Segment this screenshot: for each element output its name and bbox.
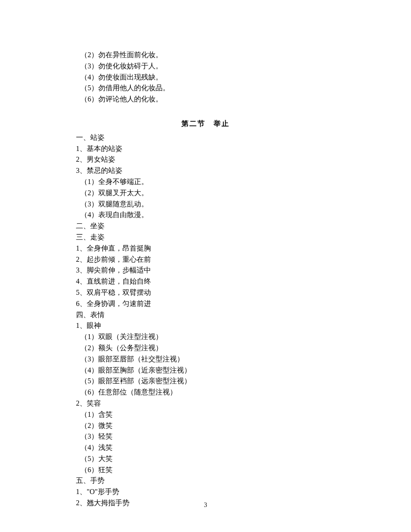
text-line: （1）全身不够端正。: [76, 176, 335, 188]
text-line: （6）勿评论他人的化妆。: [76, 94, 335, 105]
text-line: 3、禁忌的站姿: [76, 165, 335, 176]
text-line: 2、笑容: [76, 398, 335, 409]
text-line: 1、"O"形手势: [76, 486, 335, 498]
text-line: 6、全身协调，匀速前进: [76, 298, 335, 310]
page-content: （2）勿在异性面前化妆。（3）勿使化妆妨碍于人。（4）勿使妆面出现残缺。（5）勿…: [0, 0, 411, 509]
text-line: （6）狂笑: [76, 465, 335, 476]
text-line: （1）双眼（关注型注视）: [76, 331, 335, 343]
text-line: （3）轻笑: [76, 431, 335, 442]
text-line: 1、眼神: [76, 320, 335, 331]
text-line: （6）任意部位（随意型注视）: [76, 387, 335, 398]
text-line: （5）勿借用他人的化妆品。: [76, 83, 335, 94]
text-line: （3）双腿随意乱动。: [76, 199, 335, 210]
text-line: 一、站姿: [76, 132, 335, 143]
text-line: 五、手势: [76, 475, 335, 486]
text-line: 3、脚尖前伸，步幅适中: [76, 265, 335, 276]
text-line: （3）眼部至唇部（社交型注视）: [76, 354, 335, 365]
text-line: （4）勿使妆面出现残缺。: [76, 72, 335, 83]
text-line: 1、全身伸直，昂首挺胸: [76, 243, 335, 254]
text-line: 4、直线前进，自始自终: [76, 276, 335, 287]
text-line: （3）勿使化妆妨碍于人。: [76, 61, 335, 72]
text-line: 5、双肩平稳，双臂摆动: [76, 287, 335, 298]
text-line: （5）眼部至裆部（远亲密型注视）: [76, 376, 335, 387]
top-block: （2）勿在异性面前化妆。（3）勿使化妆妨碍于人。（4）勿使妆面出现残缺。（5）勿…: [76, 50, 335, 105]
text-line: （2）双腿叉开太大。: [76, 188, 335, 199]
text-line: 1、基本的站姿: [76, 143, 335, 155]
text-line: （4）眼部至胸部（近亲密型注视）: [76, 365, 335, 376]
text-line: 2、男女站姿: [76, 154, 335, 165]
text-line: （1）含笑: [76, 409, 335, 420]
text-line: （2）额头（公务型注视）: [76, 343, 335, 354]
text-line: 三、走姿: [76, 232, 335, 243]
text-line: （4）浅笑: [76, 442, 335, 453]
body-block: 一、站姿1、基本的站姿2、男女站姿3、禁忌的站姿（1）全身不够端正。（2）双腿叉…: [76, 132, 335, 509]
text-line: （2）勿在异性面前化妆。: [76, 50, 335, 61]
text-line: 四、表情: [76, 310, 335, 321]
text-line: 2、起步前倾，重心在前: [76, 254, 335, 265]
text-line: （5）大笑: [76, 453, 335, 465]
text-line: 二、坐姿: [76, 221, 335, 232]
page-number: 3: [0, 502, 411, 509]
text-line: （4）表现自由散漫。: [76, 209, 335, 221]
text-line: （2）微笑: [76, 420, 335, 431]
section-title: 第二节 举止: [76, 118, 335, 130]
